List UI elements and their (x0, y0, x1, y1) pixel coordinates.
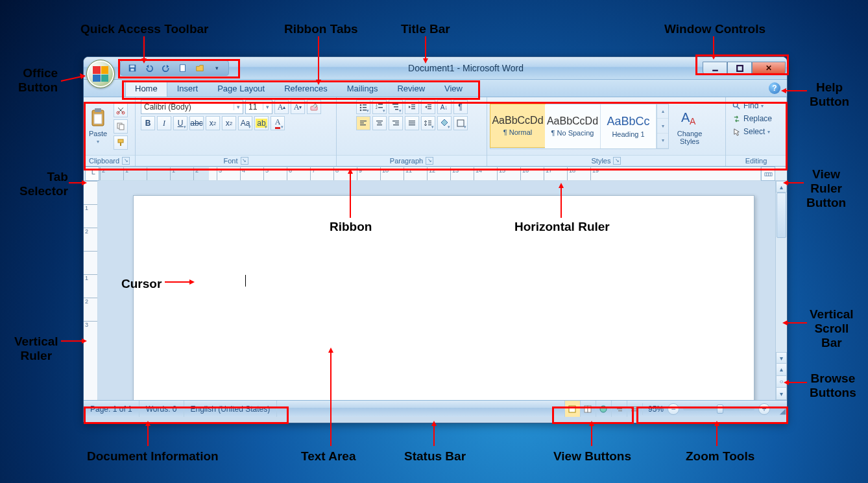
cut-button[interactable] (114, 103, 128, 117)
ribbon-tabs: Home Insert Page Layout References Maili… (84, 80, 787, 97)
tab-references[interactable]: References (274, 80, 337, 97)
zoom-out-button[interactable]: − (668, 403, 679, 415)
numbering-button[interactable]: 12 (372, 100, 387, 114)
tab-mailings[interactable]: Mailings (337, 80, 388, 97)
align-center-button[interactable] (372, 116, 387, 130)
tab-view[interactable]: View (435, 80, 472, 97)
help-button[interactable]: ? (769, 82, 780, 94)
view-web-layout[interactable] (596, 401, 611, 417)
svg-rect-67 (394, 106, 398, 108)
indent-dec-button[interactable] (405, 100, 419, 114)
annot-help-button: HelpButton (810, 80, 849, 109)
svg-rect-44 (712, 69, 718, 71)
scroll-down-button[interactable]: ▾ (776, 352, 787, 364)
style-no-spacing[interactable]: AaBbCcDd¶ No Spacing (545, 104, 601, 148)
text-cursor (245, 275, 246, 287)
page[interactable] (133, 195, 754, 400)
zoom-in-button[interactable]: + (758, 403, 770, 415)
status-words[interactable]: Words: 0 (139, 401, 184, 417)
italic-button[interactable]: I (157, 116, 171, 130)
tab-insert[interactable]: Insert (167, 80, 208, 97)
zoom-value[interactable]: 95% (648, 405, 664, 414)
sort-button[interactable]: A↓ (437, 100, 452, 114)
maximize-button[interactable] (727, 62, 752, 75)
copy-button[interactable] (114, 119, 128, 134)
align-right-button[interactable] (389, 116, 403, 130)
bullets-button[interactable] (356, 100, 370, 114)
svg-rect-80 (376, 121, 383, 121)
paragraph-launcher[interactable]: ↘ (426, 157, 433, 165)
redo-icon[interactable] (161, 63, 171, 73)
annot-vruler: VerticalRuler (14, 335, 58, 363)
underline-button[interactable]: U (173, 116, 187, 130)
browse-prev[interactable]: ▴ (776, 364, 787, 376)
grow-font-button[interactable]: A▴ (274, 100, 289, 114)
paste-button[interactable]: Paste▾ (84, 105, 112, 147)
resize-grip[interactable]: ◢ (775, 401, 787, 417)
find-button[interactable]: Find ▾ (731, 100, 765, 112)
styles-launcher[interactable]: ↘ (613, 157, 621, 165)
scroll-track[interactable] (776, 193, 787, 352)
show-marks-button[interactable]: ¶ (453, 100, 468, 114)
replace-button[interactable]: Replace (731, 113, 773, 124)
tab-page-layout[interactable]: Page Layout (208, 80, 274, 97)
font-size-combo[interactable]: 11▾ (245, 100, 272, 114)
select-button[interactable]: Select ▾ (731, 126, 771, 137)
multilevel-button[interactable] (389, 100, 403, 114)
close-button[interactable]: ✕ (752, 62, 786, 75)
indent-inc-button[interactable] (421, 100, 435, 114)
line-spacing-button[interactable] (421, 116, 435, 130)
save-icon[interactable] (127, 63, 138, 73)
zoom-slider-track[interactable] (683, 408, 754, 410)
open-icon[interactable] (195, 63, 205, 73)
browse-select[interactable]: ○ (776, 376, 787, 388)
view-ruler-button[interactable] (761, 167, 775, 181)
zoom-slider-thumb[interactable] (717, 405, 723, 414)
highlight-button[interactable]: ab (254, 116, 269, 130)
browse-next[interactable]: ▾ (776, 388, 787, 400)
justify-button[interactable] (405, 116, 419, 130)
horizontal-ruler[interactable]: 2112345678910111213141516171819 (99, 167, 761, 181)
clear-format-button[interactable] (307, 100, 321, 114)
status-page[interactable]: Page: 1 of 1 (84, 401, 139, 417)
subscript-button[interactable]: x2 (206, 116, 220, 130)
format-painter-button[interactable] (114, 135, 128, 150)
style-scroll-down[interactable]: ▾ (657, 119, 668, 134)
scroll-thumb[interactable] (777, 193, 786, 238)
svg-rect-91 (428, 124, 431, 125)
scroll-up-button[interactable]: ▴ (776, 181, 787, 193)
font-launcher[interactable]: ↘ (241, 157, 248, 165)
view-full-screen[interactable] (580, 401, 596, 417)
bold-button[interactable]: B (141, 116, 155, 130)
view-print-layout[interactable] (564, 401, 580, 417)
shading-button[interactable] (437, 116, 452, 130)
style-normal[interactable]: AaBbCcDd¶ Normal (490, 104, 546, 148)
office-button[interactable] (86, 60, 115, 88)
svg-rect-74 (428, 104, 431, 105)
align-left-button[interactable] (356, 116, 370, 130)
view-draft[interactable] (627, 401, 642, 417)
vertical-ruler[interactable]: 12123 (84, 181, 98, 400)
style-heading1[interactable]: AaBbCcHeading 1 (601, 104, 657, 148)
strike-button[interactable]: abc (189, 116, 204, 130)
view-outline[interactable] (611, 401, 627, 417)
tab-review[interactable]: Review (387, 80, 435, 97)
borders-button[interactable] (453, 116, 468, 130)
undo-icon[interactable] (144, 63, 154, 73)
new-icon[interactable] (178, 63, 188, 73)
tab-selector[interactable]: └ (85, 167, 99, 181)
font-color-button[interactable]: A (271, 116, 285, 130)
style-expand[interactable]: ▾ (657, 134, 668, 148)
qat-customize-icon[interactable]: ▾ (211, 63, 222, 73)
status-lang[interactable]: English (United States) (184, 401, 278, 417)
svg-rect-72 (411, 108, 415, 109)
minimize-button[interactable] (703, 62, 727, 75)
tab-home[interactable]: Home (125, 80, 167, 97)
superscript-button[interactable]: x2 (222, 116, 236, 130)
style-scroll-up[interactable]: ▴ (657, 104, 668, 119)
clipboard-launcher[interactable]: ↘ (122, 157, 130, 165)
font-family-combo[interactable]: Calibri (Body)▾ (141, 100, 243, 114)
case-button[interactable]: Aa (238, 116, 252, 130)
shrink-font-button[interactable]: A▾ (291, 100, 305, 114)
change-styles-button[interactable]: AA Change Styles (669, 105, 710, 148)
